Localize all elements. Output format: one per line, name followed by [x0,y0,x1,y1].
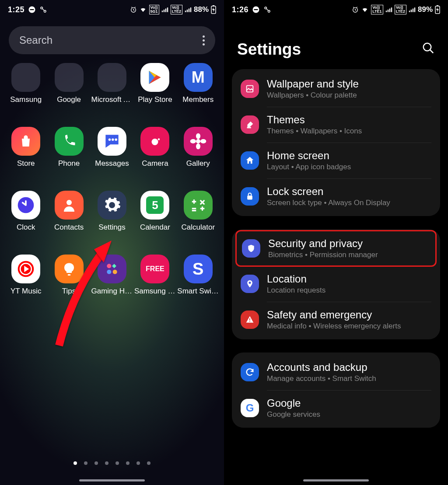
app-icon [98,191,126,220]
battery-percent: 89% [418,5,433,14]
row-subtitle: Manage accounts • Smart Switch [267,374,376,383]
svg-point-18 [152,139,158,145]
connection-icon [39,6,47,14]
app-samsung[interactable]: Samsung [4,63,47,104]
app-gallery[interactable]: Gallery [177,127,220,168]
svg-rect-39 [385,10,386,12]
row-title: Google [267,397,320,409]
svg-rect-52 [247,195,252,199]
app-microsoft-a-[interactable]: Microsoft A... [91,63,133,104]
connection-icon [263,6,271,14]
search-placeholder: Search [19,34,52,46]
page-indicator[interactable] [0,461,224,465]
app-grid: SamsungGoogleMicrosoft A...Play StoreMMe… [0,61,224,297]
search-bar[interactable]: Search [9,26,215,54]
nav-handle[interactable] [79,479,145,482]
svg-point-33 [113,270,117,274]
svg-rect-51 [247,127,251,129]
app-calendar[interactable]: 5Calendar [133,191,176,232]
app-google[interactable]: Google [47,63,90,104]
app-label: Samsung [10,95,42,104]
status-bar: 1:26 Vo))LTE1 Vo))LTE2 89% [224,0,448,19]
status-time: 1:25 [8,5,24,14]
svg-rect-10 [187,10,188,12]
app-messages[interactable]: Messages [91,127,133,168]
settings-row-google[interactable]: GGoogleGoogle services [232,390,440,426]
svg-rect-1 [30,9,34,10]
row-title: Themes [267,114,362,126]
status-bar: 1:25 Vo))5G1 Vo))LTE2 88% [0,0,224,19]
shield-icon [242,239,260,258]
search-icon[interactable] [422,40,435,59]
row-subtitle: Screen lock type • Always On Display [267,199,390,207]
settings-row-wallpaper-and-style[interactable]: Wallpaper and styleWallpapers • Colour p… [232,71,440,107]
app-smart-switch[interactable]: SSmart Switch [177,255,220,296]
svg-point-32 [107,270,111,274]
home-icon [241,151,259,170]
svg-point-25 [200,139,206,143]
app-tips[interactable]: Tips [47,255,90,296]
settings-row-security-and-privacy[interactable]: Security and privacyBiometrics • Permiss… [235,230,437,267]
settings-row-home-screen[interactable]: Home screenLayout • App icon badges [232,143,440,178]
app-icon [55,63,84,92]
settings-row-themes[interactable]: ThemesThemes • Wallpapers • Icons [232,107,440,143]
svg-point-17 [115,139,117,141]
volte-badge-2: Vo))LTE2 [171,5,182,14]
volte-badge-1: Vo))LTE1 [371,5,383,14]
svg-rect-44 [411,10,412,12]
alarm-icon [352,6,359,13]
app-play-store[interactable]: Play Store [133,63,176,104]
dnd-icon [252,6,260,14]
app-clock[interactable]: Clock [4,191,47,232]
app-settings[interactable]: Settings [91,191,133,232]
svg-point-22 [196,133,200,139]
signal-icon-2 [409,7,416,13]
app-samsung-free[interactable]: FREESamsung Free [133,255,176,296]
app-icon [11,255,40,283]
app-icon [184,127,213,156]
settings-row-accounts-and-backup[interactable]: Accounts and backupManage accounts • Sma… [232,354,440,390]
app-label: Camera [142,159,168,168]
G-icon: G [241,399,259,417]
app-yt-music[interactable]: YT Music [4,255,47,296]
settings-card: Wallpaper and styleWallpapers • Colour p… [232,69,440,216]
svg-rect-42 [391,7,392,12]
svg-rect-50 [247,86,253,92]
app-label: Members [182,95,214,104]
svg-point-27 [66,200,72,205]
svg-rect-41 [389,9,390,12]
row-subtitle: Themes • Wallpapers • Icons [267,127,362,136]
app-label: Contacts [54,223,84,232]
app-label: Google [57,95,81,104]
app-calculator[interactable]: Calculator [177,191,220,232]
app-camera[interactable]: Camera [133,127,176,168]
row-subtitle: Wallpapers • Colour palette [267,91,359,100]
app-label: Messages [95,159,129,168]
row-title: Safety and emergency [267,309,401,321]
app-contacts[interactable]: Contacts [47,191,90,232]
menu-dots-icon[interactable] [203,35,205,45]
svg-rect-6 [163,10,164,12]
settings-row-location[interactable]: LocationLocation requests [232,266,440,302]
app-icon [140,63,169,92]
svg-rect-55 [249,321,250,322]
settings-row-safety-and-emergency[interactable]: Safety and emergencyMedical info • Wirel… [232,302,440,338]
app-phone[interactable]: Phone [47,127,90,168]
app-gaming-hub[interactable]: Gaming Hub [91,255,133,296]
nav-handle[interactable] [303,479,369,482]
app-icon [11,127,40,156]
app-icon [98,63,126,92]
page-title: Settings [237,40,301,59]
sync-icon [241,363,259,381]
alert-icon [241,311,259,329]
app-label: Phone [58,159,80,168]
app-members[interactable]: MMembers [177,63,220,104]
wallpaper-icon [241,80,259,98]
svg-rect-9 [185,10,186,12]
wifi-icon [139,6,147,13]
settings-row-lock-screen[interactable]: Lock screenScreen lock type • Always On … [232,178,440,214]
app-store[interactable]: Store [4,127,47,168]
svg-point-23 [196,143,200,149]
app-label: Microsoft A... [91,95,133,104]
home-screen: 1:25 Vo))5G1 Vo))LTE2 88% Search Samsung… [0,0,224,485]
